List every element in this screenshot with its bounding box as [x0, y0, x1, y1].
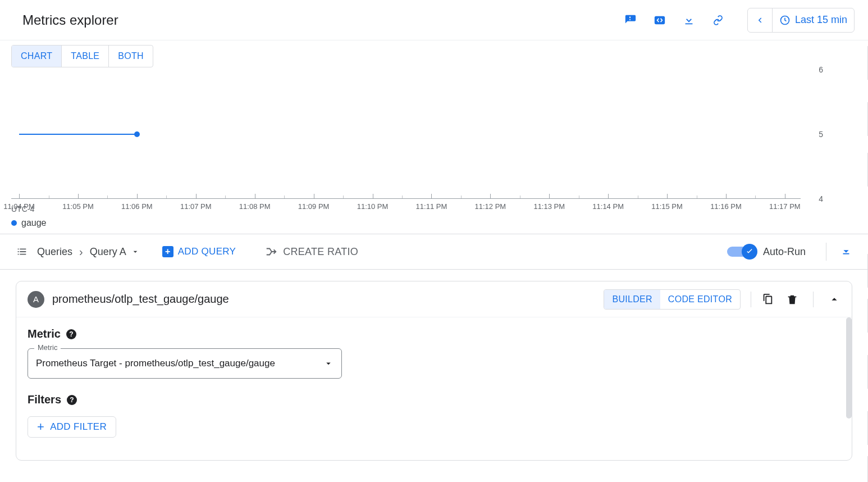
delete-icon[interactable]: [786, 293, 798, 306]
auto-run-label: Auto-Run: [763, 246, 806, 258]
card-scrollbar-thumb[interactable]: [846, 317, 852, 419]
x-tick-label: 11:13 PM: [533, 202, 565, 211]
add-query-label: ADD QUERY: [178, 246, 236, 257]
feedback-icon[interactable]: [624, 13, 637, 27]
x-tick-label: 11:12 PM: [475, 202, 506, 211]
breadcrumb-dropdown-icon[interactable]: [131, 247, 140, 256]
breadcrumb: Queries › Query A: [37, 245, 140, 258]
metric-field: Metric Prometheus Target - prometheus/ot…: [28, 348, 342, 379]
link-icon[interactable]: [711, 13, 725, 27]
x-tick-label: 11:08 PM: [239, 202, 271, 211]
merge-icon: [265, 245, 277, 258]
time-range-selector: Last 15 min: [747, 8, 855, 33]
x-tick-label: 11:15 PM: [651, 202, 683, 211]
x-tick-label: 11:16 PM: [710, 202, 742, 211]
create-ratio-label: CREATE RATIO: [283, 246, 358, 258]
svg-rect-2: [843, 253, 849, 254]
header-actions: Last 15 min: [624, 8, 855, 33]
svg-rect-0: [655, 16, 665, 24]
x-tick-label: 11:17 PM: [769, 202, 801, 211]
query-card-header: A prometheus/otlp_test_gauge/gauge BUILD…: [16, 281, 852, 317]
x-tick-label: 11:10 PM: [357, 202, 389, 211]
x-tick-label: 11:11 PM: [416, 202, 447, 211]
x-tick-label: 11:07 PM: [180, 202, 212, 211]
query-card-body: Metric ? Metric Prometheus Target - prom…: [16, 317, 852, 448]
filters-section-text: Filters: [28, 393, 61, 406]
chart-plot: [11, 70, 801, 199]
legend: gauge: [11, 216, 857, 228]
collapse-all-button[interactable]: [826, 243, 852, 261]
breadcrumb-root[interactable]: Queries: [37, 246, 72, 258]
tab-code-editor[interactable]: CODE EDITOR: [660, 290, 740, 309]
legend-label: gauge: [21, 218, 47, 228]
y-axis-ticks: 456: [801, 70, 823, 199]
time-range-button[interactable]: Last 15 min: [773, 14, 854, 26]
check-icon: [742, 244, 757, 260]
query-card-actions: [751, 292, 840, 307]
metric-section-label: Metric ?: [28, 328, 840, 340]
tab-table[interactable]: TABLE: [62, 46, 109, 67]
metric-select-value: Prometheus Target - prometheus/otlp_test…: [36, 358, 318, 369]
header: Metrics explorer Last 15 min: [0, 0, 868, 40]
legend-color-dot: [11, 220, 17, 226]
query-bar: Queries › Query A + ADD QUERY CREATE RAT…: [0, 234, 868, 270]
chart: 11:04 PM11:05 PM11:06 PM11:07 PM11:08 PM…: [11, 70, 857, 216]
time-range-back-button[interactable]: [748, 8, 773, 33]
x-tick-label: 11:05 PM: [62, 202, 94, 211]
filters-help-icon[interactable]: ?: [67, 395, 77, 405]
add-filter-button[interactable]: + ADD FILTER: [28, 416, 116, 438]
queries-list-icon: [16, 245, 28, 258]
chart-zone: CHART TABLE BOTH 11:04 PM11:05 PM11:06 P…: [0, 40, 868, 228]
chevron-down-icon: [323, 357, 334, 370]
page-title: Metrics explorer: [22, 12, 624, 28]
time-range-label: Last 15 min: [795, 14, 847, 26]
tab-chart[interactable]: CHART: [12, 46, 62, 67]
add-filter-label: ADD FILTER: [50, 421, 107, 433]
x-tick-label: 11:14 PM: [592, 202, 624, 211]
right-edge-decor: [861, 40, 868, 482]
query-card: A prometheus/otlp_test_gauge/gauge BUILD…: [16, 281, 852, 461]
view-tabs: CHART TABLE BOTH: [11, 45, 153, 67]
metric-help-icon[interactable]: ?: [66, 329, 76, 339]
code-icon[interactable]: [653, 13, 666, 27]
x-tick-label: 11:06 PM: [121, 202, 153, 211]
tab-builder[interactable]: BUILDER: [604, 290, 660, 309]
timezone-label: UTC-4: [11, 204, 34, 213]
copy-icon[interactable]: [761, 293, 774, 306]
breadcrumb-current[interactable]: Query A: [90, 246, 126, 258]
plus-icon: +: [162, 246, 173, 257]
x-axis-ticks: 11:04 PM11:05 PM11:06 PM11:07 PM11:08 PM…: [11, 199, 801, 216]
tab-both[interactable]: BOTH: [109, 46, 153, 67]
metric-field-floating-label: Metric: [34, 343, 61, 352]
auto-run-toggle[interactable]: [727, 244, 756, 259]
create-ratio-button[interactable]: CREATE RATIO: [265, 245, 358, 258]
y-tick-label: 5: [819, 130, 823, 139]
query-badge: A: [28, 291, 44, 308]
y-tick-label: 6: [819, 65, 823, 74]
auto-run-control: Auto-Run: [727, 244, 806, 259]
metric-select[interactable]: Prometheus Target - prometheus/otlp_test…: [28, 348, 342, 379]
metric-section-text: Metric: [28, 328, 61, 340]
add-query-button[interactable]: + ADD QUERY: [162, 246, 236, 257]
series-end-marker: [134, 131, 140, 137]
query-title: prometheus/otlp_test_gauge/gauge: [52, 293, 604, 306]
chevron-right-icon: ›: [79, 245, 83, 258]
download-icon[interactable]: [682, 13, 696, 27]
y-tick-label: 4: [819, 194, 823, 203]
collapse-card-icon[interactable]: [828, 293, 840, 306]
query-mode-tabs: BUILDER CODE EDITOR: [604, 289, 741, 310]
filters-section-label: Filters ?: [28, 393, 840, 406]
x-tick-label: 11:09 PM: [298, 202, 330, 211]
